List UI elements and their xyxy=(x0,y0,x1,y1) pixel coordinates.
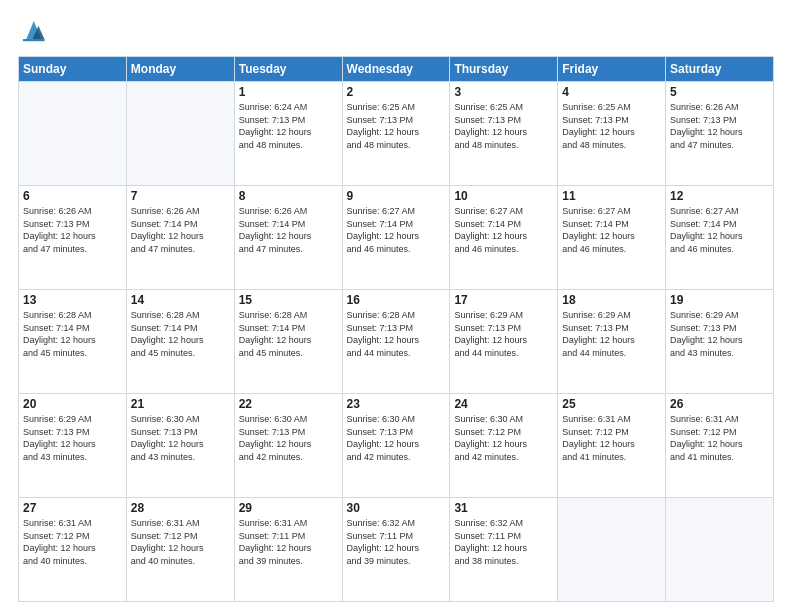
day-info: Sunrise: 6:31 AM Sunset: 7:12 PM Dayligh… xyxy=(23,517,122,567)
logo xyxy=(18,18,50,46)
day-number: 11 xyxy=(562,189,661,203)
calendar-cell: 10Sunrise: 6:27 AM Sunset: 7:14 PM Dayli… xyxy=(450,186,558,290)
day-number: 5 xyxy=(670,85,769,99)
day-number: 23 xyxy=(347,397,446,411)
day-info: Sunrise: 6:28 AM Sunset: 7:14 PM Dayligh… xyxy=(23,309,122,359)
calendar-week-4: 20Sunrise: 6:29 AM Sunset: 7:13 PM Dayli… xyxy=(19,394,774,498)
day-number: 27 xyxy=(23,501,122,515)
calendar-table: SundayMondayTuesdayWednesdayThursdayFrid… xyxy=(18,56,774,602)
day-number: 22 xyxy=(239,397,338,411)
calendar-cell: 13Sunrise: 6:28 AM Sunset: 7:14 PM Dayli… xyxy=(19,290,127,394)
day-info: Sunrise: 6:24 AM Sunset: 7:13 PM Dayligh… xyxy=(239,101,338,151)
calendar-cell: 9Sunrise: 6:27 AM Sunset: 7:14 PM Daylig… xyxy=(342,186,450,290)
calendar-week-5: 27Sunrise: 6:31 AM Sunset: 7:12 PM Dayli… xyxy=(19,498,774,602)
weekday-header-tuesday: Tuesday xyxy=(234,57,342,82)
calendar-cell: 28Sunrise: 6:31 AM Sunset: 7:12 PM Dayli… xyxy=(126,498,234,602)
day-number: 24 xyxy=(454,397,553,411)
calendar-cell: 7Sunrise: 6:26 AM Sunset: 7:14 PM Daylig… xyxy=(126,186,234,290)
day-info: Sunrise: 6:32 AM Sunset: 7:11 PM Dayligh… xyxy=(454,517,553,567)
day-info: Sunrise: 6:29 AM Sunset: 7:13 PM Dayligh… xyxy=(454,309,553,359)
day-number: 14 xyxy=(131,293,230,307)
calendar-cell: 31Sunrise: 6:32 AM Sunset: 7:11 PM Dayli… xyxy=(450,498,558,602)
day-number: 28 xyxy=(131,501,230,515)
day-info: Sunrise: 6:28 AM Sunset: 7:14 PM Dayligh… xyxy=(239,309,338,359)
calendar-cell: 14Sunrise: 6:28 AM Sunset: 7:14 PM Dayli… xyxy=(126,290,234,394)
calendar-cell: 20Sunrise: 6:29 AM Sunset: 7:13 PM Dayli… xyxy=(19,394,127,498)
day-number: 7 xyxy=(131,189,230,203)
weekday-header-saturday: Saturday xyxy=(666,57,774,82)
calendar-cell: 22Sunrise: 6:30 AM Sunset: 7:13 PM Dayli… xyxy=(234,394,342,498)
day-info: Sunrise: 6:28 AM Sunset: 7:14 PM Dayligh… xyxy=(131,309,230,359)
day-info: Sunrise: 6:26 AM Sunset: 7:13 PM Dayligh… xyxy=(23,205,122,255)
day-info: Sunrise: 6:27 AM Sunset: 7:14 PM Dayligh… xyxy=(670,205,769,255)
day-info: Sunrise: 6:30 AM Sunset: 7:13 PM Dayligh… xyxy=(347,413,446,463)
calendar-cell: 11Sunrise: 6:27 AM Sunset: 7:14 PM Dayli… xyxy=(558,186,666,290)
calendar-cell: 17Sunrise: 6:29 AM Sunset: 7:13 PM Dayli… xyxy=(450,290,558,394)
day-number: 6 xyxy=(23,189,122,203)
calendar-cell: 2Sunrise: 6:25 AM Sunset: 7:13 PM Daylig… xyxy=(342,82,450,186)
calendar-cell: 18Sunrise: 6:29 AM Sunset: 7:13 PM Dayli… xyxy=(558,290,666,394)
calendar-week-2: 6Sunrise: 6:26 AM Sunset: 7:13 PM Daylig… xyxy=(19,186,774,290)
day-info: Sunrise: 6:28 AM Sunset: 7:13 PM Dayligh… xyxy=(347,309,446,359)
calendar-cell: 26Sunrise: 6:31 AM Sunset: 7:12 PM Dayli… xyxy=(666,394,774,498)
calendar-cell: 27Sunrise: 6:31 AM Sunset: 7:12 PM Dayli… xyxy=(19,498,127,602)
day-number: 16 xyxy=(347,293,446,307)
day-info: Sunrise: 6:31 AM Sunset: 7:12 PM Dayligh… xyxy=(131,517,230,567)
day-number: 15 xyxy=(239,293,338,307)
day-info: Sunrise: 6:27 AM Sunset: 7:14 PM Dayligh… xyxy=(562,205,661,255)
day-info: Sunrise: 6:31 AM Sunset: 7:12 PM Dayligh… xyxy=(670,413,769,463)
weekday-header-sunday: Sunday xyxy=(19,57,127,82)
day-number: 3 xyxy=(454,85,553,99)
weekday-header-thursday: Thursday xyxy=(450,57,558,82)
day-number: 12 xyxy=(670,189,769,203)
day-info: Sunrise: 6:30 AM Sunset: 7:12 PM Dayligh… xyxy=(454,413,553,463)
day-info: Sunrise: 6:30 AM Sunset: 7:13 PM Dayligh… xyxy=(239,413,338,463)
day-info: Sunrise: 6:25 AM Sunset: 7:13 PM Dayligh… xyxy=(454,101,553,151)
day-number: 21 xyxy=(131,397,230,411)
weekday-header-friday: Friday xyxy=(558,57,666,82)
day-info: Sunrise: 6:31 AM Sunset: 7:11 PM Dayligh… xyxy=(239,517,338,567)
day-number: 18 xyxy=(562,293,661,307)
day-info: Sunrise: 6:26 AM Sunset: 7:14 PM Dayligh… xyxy=(239,205,338,255)
calendar-cell: 25Sunrise: 6:31 AM Sunset: 7:12 PM Dayli… xyxy=(558,394,666,498)
day-info: Sunrise: 6:32 AM Sunset: 7:11 PM Dayligh… xyxy=(347,517,446,567)
day-info: Sunrise: 6:29 AM Sunset: 7:13 PM Dayligh… xyxy=(670,309,769,359)
page-header xyxy=(18,18,774,46)
day-number: 8 xyxy=(239,189,338,203)
calendar-cell: 1Sunrise: 6:24 AM Sunset: 7:13 PM Daylig… xyxy=(234,82,342,186)
day-number: 1 xyxy=(239,85,338,99)
calendar-cell: 5Sunrise: 6:26 AM Sunset: 7:13 PM Daylig… xyxy=(666,82,774,186)
day-number: 20 xyxy=(23,397,122,411)
day-info: Sunrise: 6:27 AM Sunset: 7:14 PM Dayligh… xyxy=(347,205,446,255)
calendar-header-row: SundayMondayTuesdayWednesdayThursdayFrid… xyxy=(19,57,774,82)
weekday-header-monday: Monday xyxy=(126,57,234,82)
calendar-week-3: 13Sunrise: 6:28 AM Sunset: 7:14 PM Dayli… xyxy=(19,290,774,394)
day-number: 19 xyxy=(670,293,769,307)
day-number: 9 xyxy=(347,189,446,203)
day-number: 17 xyxy=(454,293,553,307)
calendar-cell: 12Sunrise: 6:27 AM Sunset: 7:14 PM Dayli… xyxy=(666,186,774,290)
day-number: 10 xyxy=(454,189,553,203)
calendar-week-1: 1Sunrise: 6:24 AM Sunset: 7:13 PM Daylig… xyxy=(19,82,774,186)
day-number: 29 xyxy=(239,501,338,515)
svg-rect-2 xyxy=(23,39,45,41)
calendar-cell: 30Sunrise: 6:32 AM Sunset: 7:11 PM Dayli… xyxy=(342,498,450,602)
weekday-header-wednesday: Wednesday xyxy=(342,57,450,82)
day-info: Sunrise: 6:26 AM Sunset: 7:13 PM Dayligh… xyxy=(670,101,769,151)
day-number: 4 xyxy=(562,85,661,99)
day-info: Sunrise: 6:30 AM Sunset: 7:13 PM Dayligh… xyxy=(131,413,230,463)
calendar-cell xyxy=(666,498,774,602)
day-info: Sunrise: 6:25 AM Sunset: 7:13 PM Dayligh… xyxy=(562,101,661,151)
day-info: Sunrise: 6:27 AM Sunset: 7:14 PM Dayligh… xyxy=(454,205,553,255)
day-number: 30 xyxy=(347,501,446,515)
calendar-cell: 8Sunrise: 6:26 AM Sunset: 7:14 PM Daylig… xyxy=(234,186,342,290)
day-number: 31 xyxy=(454,501,553,515)
calendar-cell xyxy=(558,498,666,602)
day-number: 25 xyxy=(562,397,661,411)
day-info: Sunrise: 6:31 AM Sunset: 7:12 PM Dayligh… xyxy=(562,413,661,463)
day-number: 2 xyxy=(347,85,446,99)
calendar-cell xyxy=(126,82,234,186)
calendar-cell: 3Sunrise: 6:25 AM Sunset: 7:13 PM Daylig… xyxy=(450,82,558,186)
day-info: Sunrise: 6:29 AM Sunset: 7:13 PM Dayligh… xyxy=(23,413,122,463)
calendar-cell xyxy=(19,82,127,186)
